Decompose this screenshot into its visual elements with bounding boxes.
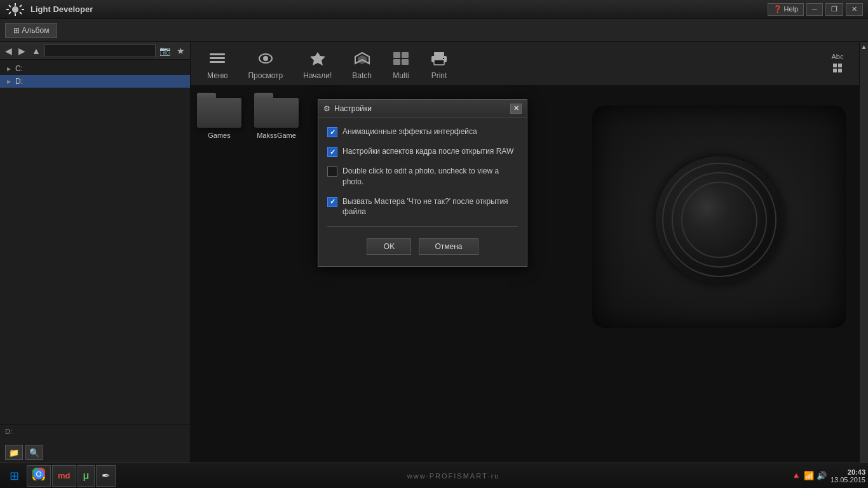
folder-games[interactable]: Games: [197, 93, 241, 139]
svg-rect-26: [838, 64, 842, 67]
close-button[interactable]: ✕: [846, 3, 863, 16]
svg-rect-19: [393, 59, 400, 65]
svg-point-0: [12, 6, 18, 13]
tree-label-d: D:: [15, 77, 23, 86]
dialog-option-text-4: Вызвать Мастера 'Что не так?' после откр…: [342, 196, 518, 218]
tray-icon-network[interactable]: 📶: [804, 471, 814, 480]
taskbar-app-md[interactable]: md: [52, 465, 76, 487]
svg-rect-20: [402, 59, 409, 65]
taskbar: ⊞ md μ ✒ www·PROFISMART·ru: [0, 463, 868, 488]
dialog-option-2: Настройки аспектов кадра после открытия …: [327, 146, 518, 157]
right-scrollbar[interactable]: ▲: [859, 42, 868, 463]
dialog-checkbox-1[interactable]: [327, 127, 337, 137]
taskbar-app-4[interactable]: ✒: [96, 465, 116, 487]
nav-item-start[interactable]: Начали!: [293, 48, 342, 85]
path-input[interactable]: [44, 44, 156, 57]
nav-back-button[interactable]: ◀: [3, 44, 15, 57]
app4-icon: ✒: [102, 470, 110, 482]
nav-favorite-button[interactable]: ★: [174, 44, 187, 57]
nav-item-print[interactable]: Print: [420, 48, 458, 85]
svg-rect-25: [833, 64, 837, 67]
svg-marker-14: [310, 52, 325, 65]
minimize-button[interactable]: ─: [806, 3, 823, 16]
dialog-title-text: Настройки: [334, 104, 372, 113]
dialog-cancel-button[interactable]: Отмена: [419, 238, 478, 255]
left-footer-path: D:: [5, 428, 185, 435]
svg-marker-16: [358, 56, 366, 64]
dialog-option-text-1: Анимационные эффекты интерфейса: [342, 126, 477, 137]
folder-area: Games MakssGame: [197, 93, 299, 139]
help-button[interactable]: ❓ Help: [768, 3, 804, 16]
taskbar-app-chrome[interactable]: [27, 465, 51, 487]
footer-search-button[interactable]: 🔍: [25, 445, 43, 460]
dialog-separator: [327, 226, 518, 227]
svg-rect-21: [434, 52, 444, 56]
svg-line-7: [20, 5, 22, 7]
tray-icon-volume[interactable]: 🔊: [817, 471, 827, 480]
svg-rect-24: [443, 58, 444, 59]
dialog-body: Анимационные эффекты интерфейса Настройк…: [318, 118, 527, 266]
nav-label-print: Print: [431, 71, 447, 80]
dialog-checkbox-2[interactable]: [327, 147, 337, 157]
folder-label-games: Games: [208, 132, 230, 139]
nav-label-start: Начали!: [303, 71, 332, 80]
svg-rect-28: [838, 69, 842, 72]
abc-button[interactable]: Abc: [832, 53, 844, 60]
footer-folder-button[interactable]: 📁: [5, 445, 23, 460]
album-button[interactable]: ⊞ Альбом: [5, 23, 57, 38]
camera-lens: [656, 156, 783, 283]
taskbar-center: www·PROFISMART·ru: [116, 472, 791, 480]
taskbar-right: 🔺 📶 🔊 20:43 13.05.2015: [791, 468, 865, 484]
dialog-option-4: Вызвать Мастера 'Что не так?' после откр…: [327, 196, 518, 218]
app-logo: [5, 2, 25, 17]
folder-icon-games: [197, 93, 241, 128]
dialog-checkbox-4[interactable]: [327, 197, 337, 207]
nav-forward-button[interactable]: ▶: [16, 44, 28, 57]
svg-rect-17: [393, 52, 400, 58]
svg-line-6: [20, 12, 22, 14]
app-title: Light Developer: [31, 4, 93, 14]
start-button[interactable]: ⊞: [3, 464, 25, 487]
nav-up-button[interactable]: ▲: [29, 44, 43, 57]
taskbar-app-utorrent[interactable]: μ: [78, 465, 95, 487]
svg-rect-11: [210, 61, 225, 63]
taskbar-left: ⊞ md μ ✒: [3, 464, 116, 487]
nav-photo-button[interactable]: 📷: [157, 44, 173, 57]
dialog-checkbox-3[interactable]: [327, 166, 337, 177]
multi-icon: [392, 51, 410, 69]
svg-rect-27: [833, 69, 837, 72]
tree-item-c[interactable]: ▶ C:: [0, 62, 190, 75]
chrome-icon: [32, 468, 45, 484]
lens-ring-3: [681, 182, 757, 258]
svg-line-5: [9, 5, 11, 7]
md-icon: md: [58, 471, 71, 480]
dialog-option-text-3: Double click to edit a photo, uncheck to…: [342, 166, 518, 187]
folder-icon-makss: [254, 93, 299, 128]
restore-button[interactable]: ❐: [825, 3, 843, 16]
dialog-close-button[interactable]: ✕: [510, 104, 522, 114]
nav-item-menu[interactable]: Меню: [197, 48, 238, 85]
grid-button[interactable]: [832, 63, 843, 74]
tray-icon-1[interactable]: 🔺: [791, 471, 801, 480]
clock-time: 20:43: [831, 468, 865, 476]
nav-item-batch[interactable]: Batch: [342, 48, 382, 85]
batch-icon: [353, 51, 371, 69]
nav-label-batch: Batch: [352, 71, 372, 80]
title-bar: Light Developer ❓ Help ─ ❐ ✕: [0, 0, 868, 19]
dialog-ok-button[interactable]: OK: [367, 238, 411, 255]
nav-item-multi[interactable]: Multi: [382, 48, 420, 85]
nav-item-view[interactable]: Просмотр: [238, 48, 293, 85]
svg-line-8: [9, 12, 11, 14]
nav-label-menu: Меню: [207, 71, 227, 80]
tree-item-d[interactable]: ▶ D:: [0, 75, 190, 88]
left-footer: D: 📁 🔍: [0, 424, 190, 463]
camera-background: [592, 105, 846, 328]
folder-makss[interactable]: MakssGame: [254, 93, 299, 139]
left-nav-bar: ◀ ▶ ▲ 📷 ★: [0, 42, 190, 60]
right-side-controls: Abc: [825, 42, 850, 86]
dialog-titlebar: ⚙ Настройки ✕: [318, 100, 527, 118]
system-clock[interactable]: 20:43 13.05.2015: [831, 468, 865, 484]
view-icon: [257, 51, 275, 69]
system-tray: 🔺 📶 🔊: [791, 471, 827, 480]
utorrent-icon: μ: [83, 470, 90, 482]
